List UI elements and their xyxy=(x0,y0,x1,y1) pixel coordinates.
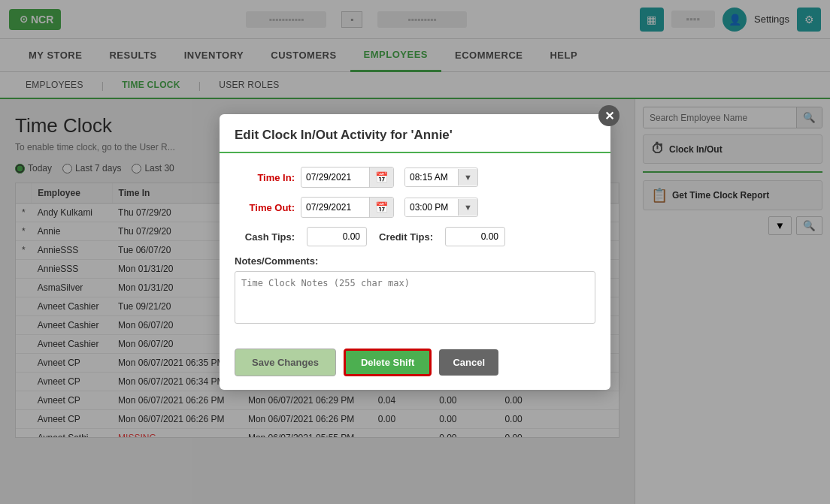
time-out-row: Time Out: 📅 ▼ xyxy=(235,197,595,218)
edit-clock-modal: Edit Clock In/Out Activity for 'Annie' ✕… xyxy=(220,114,610,390)
credit-tips-label: Credit Tips: xyxy=(379,231,433,243)
delete-shift-button[interactable]: Delete Shift xyxy=(344,349,432,376)
time-out-calendar-icon[interactable]: 📅 xyxy=(369,198,393,217)
time-in-label: Time In: xyxy=(235,172,295,183)
time-out-date-field[interactable] xyxy=(301,198,369,216)
cash-tips-input[interactable] xyxy=(307,227,367,246)
close-modal-button[interactable]: ✕ xyxy=(598,105,619,126)
modal-title: Edit Clock In/Out Activity for 'Annie' xyxy=(235,128,453,143)
modal-overlay: Edit Clock In/Out Activity for 'Annie' ✕… xyxy=(0,0,830,504)
time-in-time-field[interactable] xyxy=(405,168,458,186)
time-in-calendar-icon[interactable]: 📅 xyxy=(369,167,393,187)
notes-textarea[interactable] xyxy=(235,271,595,324)
time-out-label: Time Out: xyxy=(235,202,295,213)
time-in-date-field[interactable] xyxy=(301,168,369,186)
time-out-time-field[interactable] xyxy=(405,198,458,216)
tips-row: Cash Tips: Credit Tips: xyxy=(235,227,595,246)
modal-header: Edit Clock In/Out Activity for 'Annie' ✕ xyxy=(220,114,610,153)
time-in-row: Time In: 📅 ▼ xyxy=(235,167,595,188)
modal-footer: Save Changes Delete Shift Cancel xyxy=(220,340,610,390)
cash-tips-label: Cash Tips: xyxy=(235,231,295,243)
time-in-time-select[interactable]: ▼ xyxy=(404,167,478,187)
cancel-button[interactable]: Cancel xyxy=(439,349,498,376)
time-in-date-input[interactable]: 📅 xyxy=(301,167,394,188)
save-changes-button[interactable]: Save Changes xyxy=(235,349,336,376)
time-out-arrow-icon[interactable]: ▼ xyxy=(458,199,477,216)
notes-section: Notes/Comments: xyxy=(235,255,595,326)
time-out-date-input[interactable]: 📅 xyxy=(301,197,394,218)
notes-label: Notes/Comments: xyxy=(235,255,595,267)
time-out-time-select[interactable]: ▼ xyxy=(404,198,478,217)
modal-body: Time In: 📅 ▼ Time Out: 📅 xyxy=(220,153,610,340)
time-in-arrow-icon[interactable]: ▼ xyxy=(458,169,477,186)
credit-tips-input[interactable] xyxy=(445,227,505,246)
